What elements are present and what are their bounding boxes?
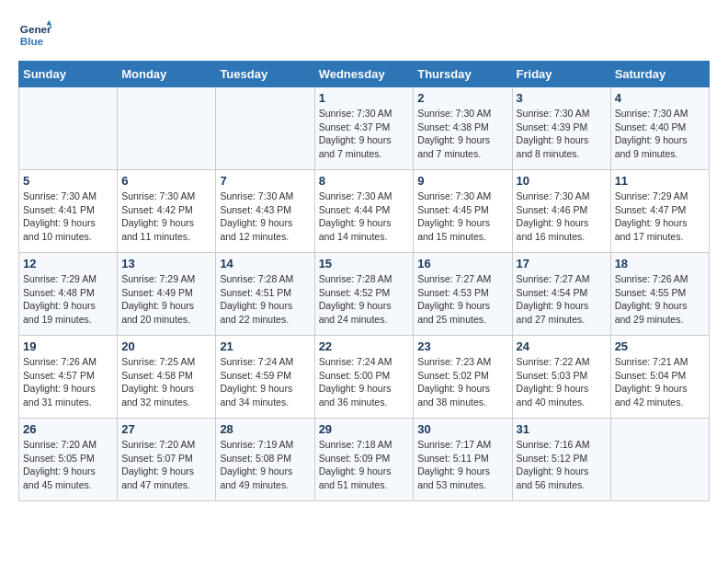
day-info: Sunrise: 7:24 AM Sunset: 5:00 PM Dayligh…	[319, 355, 410, 409]
day-number: 15	[319, 257, 410, 270]
day-number: 19	[23, 339, 113, 353]
day-number: 8	[319, 174, 410, 188]
calendar-day-17: 17Sunrise: 7:27 AM Sunset: 4:54 PM Dayli…	[512, 253, 610, 336]
calendar-day-4: 4Sunrise: 7:30 AM Sunset: 4:40 PM Daylig…	[610, 87, 709, 170]
weekday-header-monday: Monday	[118, 62, 216, 87]
day-info: Sunrise: 7:30 AM Sunset: 4:41 PM Dayligh…	[23, 190, 113, 244]
day-info: Sunrise: 7:24 AM Sunset: 4:59 PM Dayligh…	[220, 355, 310, 409]
day-info: Sunrise: 7:22 AM Sunset: 5:03 PM Dayligh…	[517, 355, 607, 409]
calendar-day-6: 6Sunrise: 7:30 AM Sunset: 4:42 PM Daylig…	[118, 170, 216, 253]
page-header: General Blue	[18, 18, 710, 52]
calendar-table: SundayMondayTuesdayWednesdayThursdayFrid…	[18, 61, 710, 501]
svg-text:Blue: Blue	[20, 35, 44, 47]
day-info: Sunrise: 7:30 AM Sunset: 4:37 PM Dayligh…	[319, 107, 410, 161]
calendar-week-row: 12Sunrise: 7:29 AM Sunset: 4:48 PM Dayli…	[19, 253, 710, 336]
calendar-day-30: 30Sunrise: 7:17 AM Sunset: 5:11 PM Dayli…	[414, 419, 512, 501]
day-number: 17	[517, 257, 607, 270]
calendar-day-2: 2Sunrise: 7:30 AM Sunset: 4:38 PM Daylig…	[414, 87, 512, 170]
calendar-day-13: 13Sunrise: 7:29 AM Sunset: 4:49 PM Dayli…	[118, 253, 216, 336]
calendar-day-18: 18Sunrise: 7:26 AM Sunset: 4:55 PM Dayli…	[610, 253, 709, 336]
calendar-day-16: 16Sunrise: 7:27 AM Sunset: 4:53 PM Dayli…	[414, 253, 512, 336]
day-info: Sunrise: 7:30 AM Sunset: 4:45 PM Dayligh…	[417, 190, 507, 244]
day-info: Sunrise: 7:29 AM Sunset: 4:49 PM Dayligh…	[121, 272, 211, 327]
weekday-header-row: SundayMondayTuesdayWednesdayThursdayFrid…	[19, 62, 710, 87]
calendar-day-23: 23Sunrise: 7:23 AM Sunset: 5:02 PM Dayli…	[414, 336, 512, 419]
weekday-header-friday: Friday	[512, 62, 610, 87]
day-info: Sunrise: 7:26 AM Sunset: 4:55 PM Dayligh…	[615, 272, 705, 327]
day-number: 31	[517, 422, 607, 436]
weekday-header-sunday: Sunday	[19, 62, 118, 87]
day-number: 11	[615, 174, 705, 188]
day-number: 28	[220, 422, 310, 436]
weekday-header-saturday: Saturday	[610, 62, 709, 87]
day-info: Sunrise: 7:30 AM Sunset: 4:44 PM Dayligh…	[319, 190, 410, 244]
calendar-week-row: 5Sunrise: 7:30 AM Sunset: 4:41 PM Daylig…	[19, 170, 710, 253]
day-number: 9	[417, 174, 507, 188]
calendar-day-29: 29Sunrise: 7:18 AM Sunset: 5:09 PM Dayli…	[314, 419, 414, 501]
calendar-day-12: 12Sunrise: 7:29 AM Sunset: 4:48 PM Dayli…	[19, 253, 118, 336]
calendar-week-row: 26Sunrise: 7:20 AM Sunset: 5:05 PM Dayli…	[19, 419, 710, 501]
day-info: Sunrise: 7:21 AM Sunset: 5:04 PM Dayligh…	[615, 355, 705, 409]
calendar-day-9: 9Sunrise: 7:30 AM Sunset: 4:45 PM Daylig…	[414, 170, 512, 253]
day-number: 29	[319, 422, 410, 436]
calendar-day-7: 7Sunrise: 7:30 AM Sunset: 4:43 PM Daylig…	[216, 170, 314, 253]
day-info: Sunrise: 7:30 AM Sunset: 4:40 PM Dayligh…	[615, 107, 705, 161]
day-info: Sunrise: 7:25 AM Sunset: 4:58 PM Dayligh…	[121, 355, 211, 409]
day-number: 14	[220, 257, 310, 270]
calendar-day-21: 21Sunrise: 7:24 AM Sunset: 4:59 PM Dayli…	[216, 336, 314, 419]
day-number: 1	[319, 91, 410, 105]
day-info: Sunrise: 7:16 AM Sunset: 5:12 PM Dayligh…	[517, 438, 607, 492]
calendar-day-10: 10Sunrise: 7:30 AM Sunset: 4:46 PM Dayli…	[512, 170, 610, 253]
day-number: 21	[220, 339, 310, 353]
calendar-day-11: 11Sunrise: 7:29 AM Sunset: 4:47 PM Dayli…	[610, 170, 709, 253]
calendar-week-row: 19Sunrise: 7:26 AM Sunset: 4:57 PM Dayli…	[19, 336, 710, 419]
calendar-week-row: 1Sunrise: 7:30 AM Sunset: 4:37 PM Daylig…	[19, 87, 710, 170]
day-info: Sunrise: 7:29 AM Sunset: 4:48 PM Dayligh…	[23, 272, 113, 327]
calendar-empty-cell	[216, 87, 314, 170]
day-number: 12	[23, 257, 113, 270]
calendar-day-15: 15Sunrise: 7:28 AM Sunset: 4:52 PM Dayli…	[314, 253, 414, 336]
day-number: 27	[121, 422, 211, 436]
day-number: 6	[121, 174, 211, 188]
day-number: 18	[615, 257, 705, 270]
calendar-day-5: 5Sunrise: 7:30 AM Sunset: 4:41 PM Daylig…	[19, 170, 118, 253]
weekday-header-wednesday: Wednesday	[314, 62, 414, 87]
logo: General Blue	[18, 18, 51, 52]
calendar-empty-cell	[118, 87, 216, 170]
day-info: Sunrise: 7:29 AM Sunset: 4:47 PM Dayligh…	[615, 190, 705, 244]
day-info: Sunrise: 7:19 AM Sunset: 5:08 PM Dayligh…	[220, 438, 310, 492]
calendar-empty-cell	[19, 87, 118, 170]
day-info: Sunrise: 7:18 AM Sunset: 5:09 PM Dayligh…	[319, 438, 410, 492]
day-number: 23	[417, 339, 507, 353]
day-number: 25	[615, 339, 705, 353]
calendar-day-22: 22Sunrise: 7:24 AM Sunset: 5:00 PM Dayli…	[314, 336, 414, 419]
weekday-header-tuesday: Tuesday	[216, 62, 314, 87]
day-number: 4	[615, 91, 705, 105]
day-number: 7	[220, 174, 310, 188]
day-number: 26	[23, 422, 113, 436]
weekday-header-thursday: Thursday	[414, 62, 512, 87]
calendar-day-3: 3Sunrise: 7:30 AM Sunset: 4:39 PM Daylig…	[512, 87, 610, 170]
calendar-day-14: 14Sunrise: 7:28 AM Sunset: 4:51 PM Dayli…	[216, 253, 314, 336]
calendar-day-24: 24Sunrise: 7:22 AM Sunset: 5:03 PM Dayli…	[512, 336, 610, 419]
day-info: Sunrise: 7:28 AM Sunset: 4:52 PM Dayligh…	[319, 272, 410, 327]
day-info: Sunrise: 7:30 AM Sunset: 4:39 PM Dayligh…	[517, 107, 607, 161]
day-info: Sunrise: 7:30 AM Sunset: 4:38 PM Dayligh…	[417, 107, 507, 161]
calendar-day-25: 25Sunrise: 7:21 AM Sunset: 5:04 PM Dayli…	[610, 336, 709, 419]
day-number: 5	[23, 174, 113, 188]
day-number: 3	[517, 91, 607, 105]
day-info: Sunrise: 7:28 AM Sunset: 4:51 PM Dayligh…	[220, 272, 310, 327]
calendar-day-19: 19Sunrise: 7:26 AM Sunset: 4:57 PM Dayli…	[19, 336, 118, 419]
day-number: 13	[121, 257, 211, 270]
day-info: Sunrise: 7:17 AM Sunset: 5:11 PM Dayligh…	[417, 438, 507, 492]
logo-icon: General Blue	[18, 18, 51, 52]
day-number: 24	[517, 339, 607, 353]
day-number: 16	[417, 257, 507, 270]
calendar-day-31: 31Sunrise: 7:16 AM Sunset: 5:12 PM Dayli…	[512, 419, 610, 501]
day-number: 2	[417, 91, 507, 105]
day-info: Sunrise: 7:26 AM Sunset: 4:57 PM Dayligh…	[23, 355, 113, 409]
calendar-day-26: 26Sunrise: 7:20 AM Sunset: 5:05 PM Dayli…	[19, 419, 118, 501]
day-number: 20	[121, 339, 211, 353]
calendar-day-1: 1Sunrise: 7:30 AM Sunset: 4:37 PM Daylig…	[314, 87, 414, 170]
day-number: 22	[319, 339, 410, 353]
